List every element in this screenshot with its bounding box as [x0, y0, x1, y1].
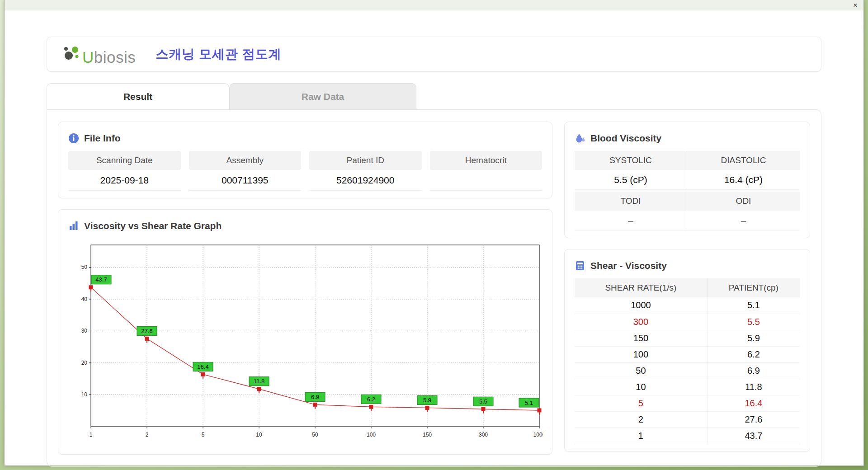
patient-cell: 16.4: [707, 395, 800, 411]
field-assembly-value: 000711395: [189, 170, 302, 191]
table-row: 1 43.7: [575, 428, 800, 444]
svg-text:300: 300: [479, 432, 488, 438]
table-row: 10 11.8: [575, 379, 800, 395]
svg-text:30: 30: [81, 328, 88, 334]
table-header-row: SHEAR RATE(1/s) PATIENT(cp): [575, 278, 800, 297]
field-hematocrit-label: Hematocrit: [430, 151, 542, 170]
shear-rate-cell: 1: [575, 428, 707, 444]
svg-text:5.1: 5.1: [525, 400, 533, 406]
right-column: Blood Viscosity SYSTOLIC DIASTOLIC 5.5 (…: [564, 122, 810, 455]
svg-text:16.4: 16.4: [197, 363, 208, 370]
svg-text:100: 100: [367, 432, 376, 438]
svg-text:6.2: 6.2: [367, 396, 375, 403]
header-card: Ubiosis 스캐닝 모세관 점도계: [47, 37, 821, 72]
svg-text:150: 150: [423, 432, 432, 438]
svg-text:5.5: 5.5: [479, 398, 487, 405]
shear-rate-cell: 150: [575, 330, 707, 346]
patient-column-header: PATIENT(cp): [707, 278, 800, 297]
graph-card: Viscosity vs Shear Rate Graph 1020304050…: [58, 209, 552, 455]
shear-rate-cell: 50: [575, 362, 707, 379]
shear-rate-cell: 300: [575, 314, 707, 330]
shear-rate-cell: 2: [575, 411, 707, 428]
file-info-card: File Info Scanning Date Assembly Patient…: [58, 122, 552, 198]
svg-text:1000: 1000: [533, 432, 543, 438]
svg-text:2: 2: [146, 432, 149, 438]
bar-chart-icon: [68, 221, 79, 231]
todi-label: TODI: [575, 192, 687, 211]
svg-text:50: 50: [312, 432, 318, 438]
odi-value: –: [687, 211, 800, 230]
close-icon[interactable]: ×: [853, 1, 858, 9]
shear-rate-cell: 1000: [575, 297, 707, 314]
page-title: 스캐닝 모세관 점도계: [156, 46, 282, 63]
odi-label: ODI: [687, 192, 800, 211]
shear-rate-cell: 10: [575, 379, 707, 395]
tab-result[interactable]: Result: [47, 83, 229, 109]
field-patient-id-label: Patient ID: [309, 151, 422, 170]
chart-area: 10203040501251050100150300100043.727.616…: [68, 240, 542, 447]
svg-text:1: 1: [90, 432, 93, 438]
svg-text:27.6: 27.6: [141, 328, 152, 334]
patient-cell: 5.1: [707, 297, 800, 314]
left-column: File Info Scanning Date Assembly Patient…: [58, 122, 552, 455]
app-logo: Ubiosis: [62, 43, 136, 65]
brand-text: Ubiosis: [82, 49, 136, 65]
shear-rate-cell: 5: [575, 395, 707, 411]
graph-header: Viscosity vs Shear Rate Graph: [68, 217, 542, 235]
patient-cell: 11.8: [707, 379, 800, 395]
field-scanning-date-value: 2025-09-18: [68, 170, 181, 191]
shear-viscosity-header: Shear - Viscosity: [575, 257, 800, 275]
results-panel: File Info Scanning Date Assembly Patient…: [47, 109, 821, 467]
systolic-value: 5.5 (cP): [575, 170, 687, 190]
patient-cell: 6.2: [707, 346, 800, 362]
table-row: 5 16.4: [575, 395, 800, 411]
svg-text:10: 10: [81, 391, 88, 398]
svg-text:43.7: 43.7: [95, 276, 107, 283]
blood-viscosity-table: SYSTOLIC DIASTOLIC 5.5 (cP) 16.4 (cP) TO…: [575, 151, 800, 230]
patient-cell: 5.9: [707, 330, 800, 346]
svg-text:6.9: 6.9: [311, 394, 319, 400]
diastolic-label: DIASTOLIC: [687, 151, 800, 170]
table-row: 100 6.2: [575, 346, 800, 362]
diastolic-value: 16.4 (cP): [687, 170, 800, 190]
logo-leaves-icon: [62, 43, 80, 65]
patient-cell: 27.6: [707, 411, 800, 428]
shear-viscosity-table: SHEAR RATE(1/s) PATIENT(cp) 1000 5.1 300: [575, 278, 800, 444]
patient-cell: 43.7: [707, 428, 800, 444]
svg-text:20: 20: [81, 360, 88, 366]
droplet-icon: [575, 133, 585, 144]
svg-text:50: 50: [81, 264, 88, 270]
blood-viscosity-card: Blood Viscosity SYSTOLIC DIASTOLIC 5.5 (…: [564, 122, 810, 238]
file-info-header: File Info: [68, 129, 542, 147]
shear-viscosity-title: Shear - Viscosity: [590, 260, 667, 271]
calculator-icon: [575, 260, 585, 271]
tab-bar: Result Raw Data: [47, 83, 821, 109]
shear-rate-column-header: SHEAR RATE(1/s): [575, 278, 707, 297]
systolic-label: SYSTOLIC: [575, 151, 687, 170]
info-icon: [68, 133, 79, 144]
todi-value: –: [575, 211, 687, 230]
svg-text:11.8: 11.8: [254, 378, 264, 385]
patient-cell: 6.9: [707, 362, 800, 379]
blood-viscosity-title: Blood Viscosity: [590, 133, 661, 144]
field-patient-id-value: 52601924900: [309, 170, 422, 191]
tab-raw-data[interactable]: Raw Data: [229, 83, 416, 109]
viscosity-chart: 10203040501251050100150300100043.727.616…: [68, 240, 543, 445]
table-row: 150 5.9: [575, 330, 800, 346]
file-info-title: File Info: [84, 133, 121, 144]
svg-text:5.9: 5.9: [423, 397, 431, 404]
graph-title: Viscosity vs Shear Rate Graph: [84, 221, 222, 231]
app-window: × Ubiosis 스캐닝 모세관 점도계 Result Raw D: [4, 0, 864, 466]
table-row: 300 5.5: [575, 314, 800, 330]
shear-rate-cell: 100: [575, 346, 707, 362]
field-scanning-date-label: Scanning Date: [68, 151, 181, 170]
table-row: 1000 5.1: [575, 297, 800, 314]
patient-cell: 5.5: [707, 314, 800, 330]
svg-text:40: 40: [81, 296, 88, 302]
field-hematocrit-value: [430, 170, 542, 191]
table-row: 50 6.9: [575, 362, 800, 379]
svg-text:10: 10: [256, 432, 262, 438]
field-assembly-label: Assembly: [189, 151, 302, 170]
blood-viscosity-header: Blood Viscosity: [575, 129, 800, 147]
shear-viscosity-card: Shear - Viscosity SHEAR RATE(1/s) PATIEN…: [564, 249, 810, 452]
